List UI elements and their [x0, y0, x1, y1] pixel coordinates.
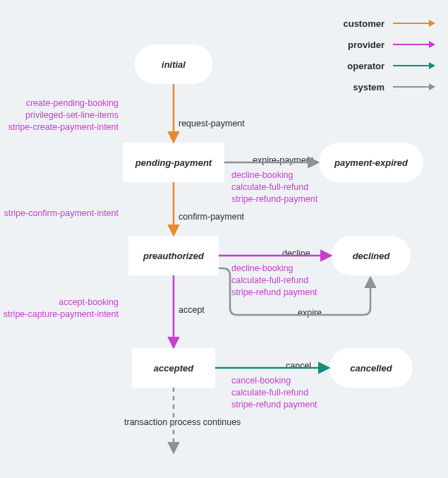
- actions-decline: decline-booking calculate-full-refund st…: [231, 263, 317, 299]
- actions-accept: accept-booking stripe-capture-payment-in…: [0, 297, 119, 321]
- actions-cancel: cancel-booking calculate-full-refund str…: [231, 375, 317, 411]
- state-initial: initial: [135, 44, 212, 84]
- legend-label-provider: provider: [348, 40, 385, 50]
- state-preauthorized: preauthorized: [128, 236, 219, 275]
- transition-cancel: cancel: [286, 361, 311, 371]
- legend-label-customer: customer: [343, 18, 385, 29]
- arrow-icon: [393, 61, 435, 71]
- arrow-icon: [393, 18, 435, 28]
- arrow-icon: [393, 40, 435, 49]
- state-declined: declined: [332, 236, 411, 275]
- legend-row-customer: customer: [343, 13, 435, 34]
- transition-accept: accept: [178, 305, 205, 315]
- legend-row-system: system: [343, 76, 435, 97]
- state-payment-expired: payment-expired: [319, 143, 423, 182]
- arrow-icon: [393, 82, 435, 92]
- transition-request-payment: request-payment: [178, 119, 245, 129]
- transition-continues: transaction process continues: [124, 417, 241, 427]
- transition-decline: decline: [282, 249, 310, 258]
- legend-label-operator: operator: [347, 61, 385, 71]
- legend: customer provider operator system: [343, 13, 435, 97]
- transition-expire: expire: [298, 308, 322, 318]
- state-cancelled: cancelled: [329, 348, 413, 388]
- state-accepted: accepted: [132, 348, 215, 388]
- transition-expire-payment: expire-payment: [253, 155, 313, 165]
- actions-expire-payment: decline-booking calculate-full-refund st…: [231, 169, 317, 205]
- legend-label-system: system: [353, 82, 385, 92]
- legend-row-provider: provider: [343, 34, 435, 55]
- legend-row-operator: operator: [343, 55, 435, 76]
- transition-confirm-payment: confirm-payment: [178, 212, 244, 222]
- actions-confirm-payment: stripe-confirm-payment-intent: [0, 208, 119, 220]
- state-pending-payment: pending-payment: [123, 143, 224, 182]
- actions-request-payment: create-pending-booking privileged-set-li…: [0, 97, 119, 133]
